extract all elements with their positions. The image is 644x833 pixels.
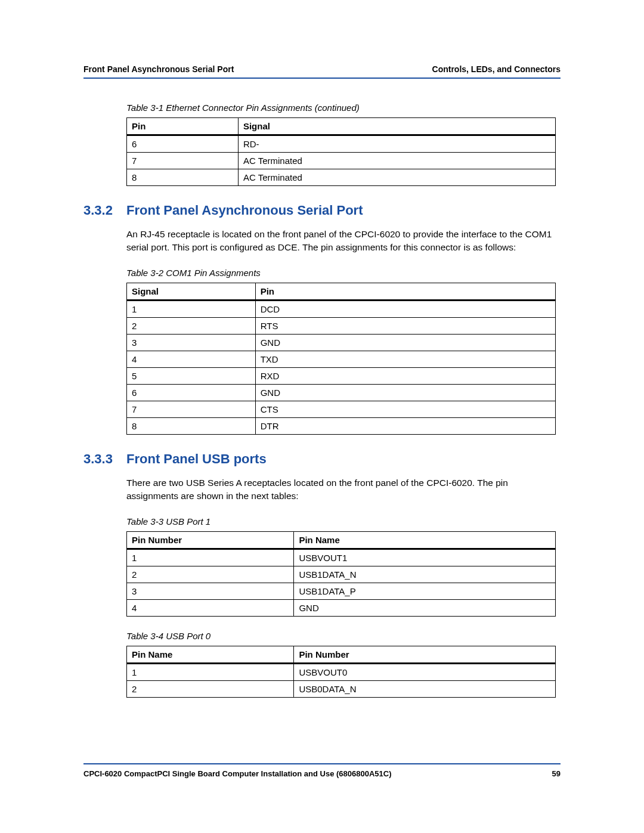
table-cell: GND [294,599,556,616]
table1-caption: Table 3-1 Ethernet Connector Pin Assignm… [126,103,561,113]
page-footer: CPCI-6020 CompactPCI Single Board Comput… [83,763,561,778]
table-cell: AC Terminated [238,169,555,186]
table-row: 3GND [127,334,556,351]
table3-caption: Table 3-3 USB Port 1 [126,516,561,527]
table-cell: 5 [127,367,256,384]
table-cell: USB0DATA_N [294,680,556,697]
table-row: 2USB1DATA_N [127,566,556,583]
table-cell: 4 [127,599,294,616]
table-cell: 4 [127,351,256,367]
table-row: 7AC Terminated [127,153,556,169]
header-left: Front Panel Asynchronous Serial Port [83,64,234,74]
section-332-heading: 3.3.2 Front Panel Asynchronous Serial Po… [83,203,561,218]
table-cell: 7 [127,153,239,169]
table4-caption: Table 3-4 USB Port 0 [126,631,561,641]
table2-col1-header: Signal [127,283,256,300]
footer-left: CPCI-6020 CompactPCI Single Board Comput… [83,769,392,778]
table-cell: 1 [127,663,294,680]
table-cell: GND [255,334,555,351]
table-cell: 2 [127,680,294,697]
table3-body: 1USBVOUT12USB1DATA_N3USB1DATA_P4GND [127,549,556,616]
table-cell: 3 [127,583,294,599]
table-row: 1USBVOUT0 [127,663,556,680]
table1-col1-header: Pin [127,118,239,135]
table4-col2-header: Pin Number [294,646,556,663]
table1-col2-header: Signal [238,118,555,135]
table-cell: USB1DATA_N [294,566,556,583]
table-cell: RTS [255,317,555,334]
table-cell: USBVOUT1 [294,549,556,566]
table-cell: 2 [127,566,294,583]
table-cell: TXD [255,351,555,367]
table-cell: DCD [255,300,555,317]
section-332-title: Front Panel Asynchronous Serial Port [126,203,363,218]
table-cell: RD- [238,135,555,153]
table-cell: 8 [127,169,239,186]
table-row: 2RTS [127,317,556,334]
section-332-body: An RJ-45 receptacle is located on the fr… [126,228,561,255]
table-row: 1DCD [127,300,556,317]
table-row: 4GND [127,599,556,616]
table-row: 6GND [127,384,556,401]
table-row: 4TXD [127,351,556,367]
table4-col1-header: Pin Name [127,646,294,663]
table-cell: 8 [127,417,256,434]
table-cell: DTR [255,417,555,434]
footer-right: 59 [552,769,561,778]
table-cell: 1 [127,300,256,317]
table4: Pin Name Pin Number 1USBVOUT02USB0DATA_N [126,646,556,698]
table-cell: 6 [127,384,256,401]
section-333-heading: 3.3.3 Front Panel USB ports [83,451,561,467]
table1-body: 6RD-7AC Terminated8AC Terminated [127,135,556,186]
table2-caption: Table 3-2 COM1 Pin Assignments [126,268,561,278]
table-row: 7CTS [127,401,556,417]
table3: Pin Number Pin Name 1USBVOUT12USB1DATA_N… [126,531,556,617]
table2-col2-header: Pin [255,283,555,300]
table2-body: 1DCD2RTS3GND4TXD5RXD6GND7CTS8DTR [127,300,556,434]
table-cell: 7 [127,401,256,417]
table3-col2-header: Pin Name [294,531,556,549]
section-333-title: Front Panel USB ports [126,451,267,467]
section-333-num: 3.3.3 [83,451,126,467]
table-row: 5RXD [127,367,556,384]
table3-col1-header: Pin Number [127,531,294,549]
table-cell: CTS [255,401,555,417]
table-cell: GND [255,384,555,401]
section-332-num: 3.3.2 [83,203,126,218]
table-row: 8AC Terminated [127,169,556,186]
table-cell: 6 [127,135,239,153]
table-row: 3USB1DATA_P [127,583,556,599]
page-header: Front Panel Asynchronous Serial Port Con… [83,64,561,79]
table1: Pin Signal 6RD-7AC Terminated8AC Termina… [126,117,556,186]
table-row: 8DTR [127,417,556,434]
table-row: 2USB0DATA_N [127,680,556,697]
section-333-body: There are two USB Series A receptacles l… [126,476,561,503]
table4-body: 1USBVOUT02USB0DATA_N [127,663,556,697]
table-cell: 1 [127,549,294,566]
table-cell: 3 [127,334,256,351]
table-row: 1USBVOUT1 [127,549,556,566]
table-row: 6RD- [127,135,556,153]
header-right: Controls, LEDs, and Connectors [432,64,561,74]
table-cell: 2 [127,317,256,334]
table2: Signal Pin 1DCD2RTS3GND4TXD5RXD6GND7CTS8… [126,283,556,435]
table-cell: AC Terminated [238,153,555,169]
table-cell: RXD [255,367,555,384]
table-cell: USB1DATA_P [294,583,556,599]
table-cell: USBVOUT0 [294,663,556,680]
